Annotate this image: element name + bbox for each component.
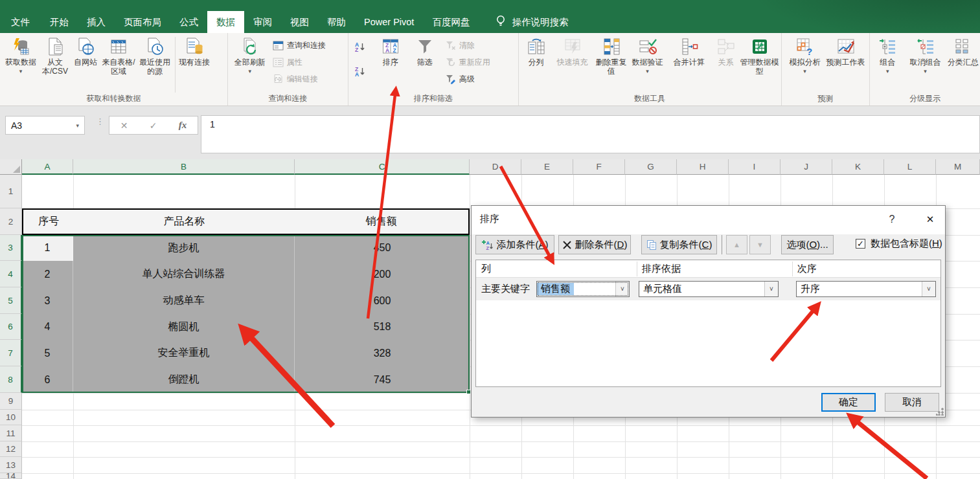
from-table-range-button[interactable]: 来自表格/区域 — [100, 35, 137, 76]
header-cell-a2[interactable]: 序号 — [23, 210, 74, 234]
row-header-11[interactable]: 11 — [0, 425, 22, 441]
add-condition-button[interactable]: AZ 添加条件(A) — [475, 235, 554, 254]
cell-a3-active[interactable]: 1 — [22, 235, 73, 261]
cancel-entry-icon[interactable]: ✕ — [120, 120, 128, 131]
dialog-title-bar[interactable] — [472, 206, 945, 234]
column-header-f[interactable]: F — [573, 159, 625, 175]
row-header-5[interactable]: 5 — [0, 287, 22, 314]
tab-formulas[interactable]: 公式 — [170, 11, 207, 33]
insert-function-button[interactable]: fx — [179, 120, 187, 131]
close-icon[interactable]: ✕ — [917, 210, 943, 229]
column-header-a[interactable]: A — [22, 159, 73, 175]
move-up-button[interactable]: ▲ — [726, 235, 747, 254]
enter-entry-icon[interactable]: ✓ — [150, 120, 157, 131]
column-header-b[interactable]: B — [73, 159, 295, 175]
row-header-4[interactable]: 4 — [0, 261, 22, 287]
data-has-headers-checkbox[interactable]: ✓ 数据包含标题(H) — [856, 238, 942, 250]
tab-insert[interactable]: 插入 — [78, 11, 115, 33]
copy-condition-button[interactable]: 复制条件(C) — [641, 235, 717, 254]
name-box[interactable]: A3 ▾ — [5, 116, 85, 135]
what-if-analysis-button[interactable]: ? 模拟分析 ▾ — [784, 35, 826, 74]
group-button[interactable]: 组合 ▾ — [872, 35, 904, 74]
text-to-columns-button[interactable]: 分列 — [521, 35, 552, 67]
data-validation-button[interactable]: 数据验证 ▾ — [630, 35, 666, 74]
column-header-k[interactable]: K — [832, 159, 884, 175]
cell-a8[interactable]: 6 — [22, 366, 73, 393]
sort-ascending-button[interactable]: AZ — [350, 39, 374, 54]
consolidate-button[interactable]: 合并计算 — [666, 35, 712, 67]
resize-grip[interactable] — [936, 408, 944, 416]
header-cell-c2[interactable]: 销售额 — [295, 210, 468, 234]
column-header-l[interactable]: L — [884, 159, 936, 175]
tab-home[interactable]: 开始 — [41, 11, 78, 33]
tab-review[interactable]: 审阅 — [244, 11, 281, 33]
properties-button[interactable]: 属性 — [270, 55, 347, 69]
row-header-1[interactable]: 1 — [0, 175, 22, 208]
sort-order-combo[interactable]: 升序 ˅ — [796, 281, 936, 297]
cell-a4[interactable]: 2 — [22, 261, 73, 287]
tab-baidu-netdisk[interactable]: 百度网盘 — [423, 11, 479, 33]
column-header-h[interactable]: H — [677, 159, 729, 175]
row-header-13[interactable]: 13 — [0, 457, 22, 473]
tab-power-pivot[interactable]: Power Pivot — [355, 11, 423, 33]
cell-b7[interactable]: 安全举重机 — [73, 340, 295, 366]
column-header-e[interactable]: E — [521, 159, 573, 175]
remove-duplicates-button[interactable]: 删除重复值 — [593, 35, 630, 76]
row-header-12[interactable]: 12 — [0, 441, 22, 457]
column-header-d[interactable]: D — [470, 159, 521, 175]
relationships-button[interactable]: 关系 — [712, 35, 740, 67]
formula-bar-splitter[interactable]: ⋮ — [96, 119, 104, 124]
row-header-3[interactable]: 3 — [0, 235, 22, 261]
fill-handle[interactable] — [466, 390, 471, 394]
sort-descending-button[interactable]: ZA — [350, 64, 374, 78]
cell-a7[interactable]: 5 — [22, 340, 73, 366]
row-header-8[interactable]: 8 — [0, 366, 22, 393]
reapply-filter-button[interactable]: 重新应用 — [442, 55, 511, 69]
sort-column-combo[interactable]: 销售额 ˅ — [536, 281, 630, 297]
ok-button[interactable]: 确定 — [821, 393, 876, 412]
cell-a6[interactable]: 4 — [22, 314, 73, 340]
column-header-j[interactable]: J — [781, 159, 832, 175]
help-button[interactable]: ? — [881, 210, 903, 229]
cell-b6[interactable]: 椭圆机 — [73, 314, 295, 340]
manage-data-model-button[interactable]: 管理数据模型 — [740, 35, 780, 76]
sort-on-combo[interactable]: 单元格值 ˅ — [639, 281, 779, 297]
edit-links-button[interactable]: 编辑链接 — [270, 72, 347, 86]
subtotal-button[interactable]: 分类汇总 — [947, 35, 979, 67]
row-header-6[interactable]: 6 — [0, 314, 22, 340]
forecast-sheet-button[interactable]: 预测工作表 — [826, 35, 865, 67]
row-header-10[interactable]: 10 — [0, 410, 22, 425]
column-header-m[interactable]: M — [936, 159, 980, 175]
cell-c3[interactable]: 450 — [295, 235, 470, 261]
cell-c4[interactable]: 200 — [295, 261, 470, 287]
cancel-button[interactable]: 取消 — [885, 393, 939, 412]
cell-b4[interactable]: 单人站综合训练器 — [73, 261, 295, 287]
column-header-i[interactable]: I — [729, 159, 781, 175]
tab-help[interactable]: 帮助 — [318, 11, 355, 33]
cell-c5[interactable]: 600 — [295, 287, 470, 314]
queries-connections-button[interactable]: 查询和连接 — [270, 38, 347, 52]
tab-file[interactable]: 文件 — [0, 11, 41, 33]
cell-c8[interactable]: 745 — [295, 366, 470, 393]
move-down-button[interactable]: ▼ — [749, 235, 771, 254]
header-cell-b2[interactable]: 产品名称 — [74, 210, 295, 234]
advanced-filter-button[interactable]: 高级 — [442, 72, 511, 86]
clear-filter-button[interactable]: 清除 — [442, 38, 511, 52]
tab-view[interactable]: 视图 — [281, 11, 318, 33]
row-header-9[interactable]: 9 — [0, 393, 22, 410]
cell-a5[interactable]: 3 — [22, 287, 73, 314]
cell-b5[interactable]: 动感单车 — [73, 287, 295, 314]
column-header-g[interactable]: G — [625, 159, 677, 175]
row-header-7[interactable]: 7 — [0, 340, 22, 366]
tab-page-layout[interactable]: 页面布局 — [115, 11, 170, 33]
tab-data[interactable]: 数据 — [207, 11, 244, 33]
row-header-2[interactable]: 2 — [0, 208, 22, 235]
cell-c6[interactable]: 518 — [295, 314, 470, 340]
get-data-button[interactable]: 获取数据 ▾ — [2, 35, 40, 74]
delete-condition-button[interactable]: 删除条件(D) — [558, 235, 631, 254]
column-header-c[interactable]: C — [295, 159, 470, 175]
ungroup-button[interactable]: 取消组合 ▾ — [904, 35, 948, 74]
select-all-button[interactable] — [0, 159, 22, 175]
tell-me-search[interactable]: 操作说明搜索 — [496, 11, 568, 33]
refresh-all-button[interactable]: 全部刷新 ▾ — [230, 35, 270, 74]
